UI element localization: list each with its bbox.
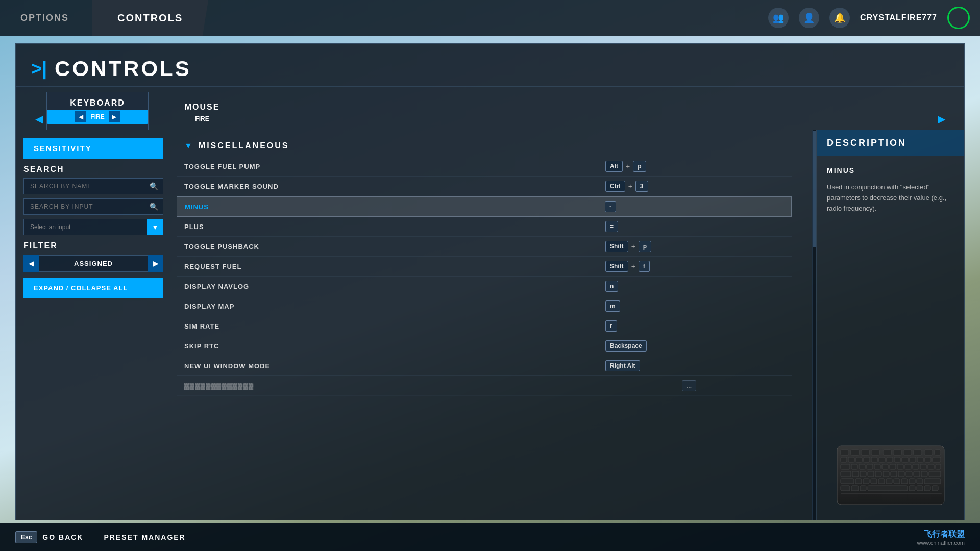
nav-tab-options[interactable]: OPTIONS [0, 0, 89, 36]
select-input-dropdown[interactable]: Select an input [23, 219, 163, 235]
tabs-row: ◀ KEYBOARD ◀ FIRE ▶ MOUSE FIRE ▶ [16, 87, 964, 130]
svg-rect-12 [848, 457, 854, 462]
options-tab-label: OPTIONS [20, 13, 69, 23]
filter-nav: ◀ ASSIGNED ▶ [23, 255, 163, 272]
table-row[interactable]: MINUS - [177, 196, 792, 217]
svg-rect-46 [914, 471, 920, 477]
table-row[interactable]: PLUS = [177, 217, 792, 237]
search-by-name-input[interactable] [23, 178, 163, 194]
nav-icon-user[interactable]: 👤 [799, 8, 819, 28]
tabs-prev-arrow[interactable]: ◀ [31, 113, 46, 130]
svg-rect-6 [893, 450, 901, 455]
select-input-wrap: Select an input ▼ [23, 219, 163, 235]
search-by-input-input[interactable] [23, 198, 163, 215]
table-row[interactable]: SIM RATE r [177, 316, 792, 336]
control-keys: Backspace [605, 340, 707, 352]
control-name: TOGGLE MARKER SOUND [184, 183, 605, 190]
svg-rect-19 [902, 457, 908, 462]
svg-rect-67 [932, 486, 938, 491]
control-keys: r [605, 320, 707, 332]
key-main: - [605, 201, 616, 212]
control-keys: Right Alt [605, 360, 707, 371]
key-main: n [605, 281, 618, 292]
svg-rect-61 [851, 486, 859, 491]
nav-tab-controls[interactable]: CONTROLS [92, 0, 208, 36]
svg-rect-68 [841, 493, 942, 494]
svg-rect-35 [928, 464, 934, 469]
svg-rect-51 [863, 479, 869, 484]
svg-rect-66 [924, 486, 930, 491]
control-keys: = [605, 221, 707, 232]
control-name: DISPLAY NAVLOG [184, 283, 605, 290]
tab-keyboard[interactable]: KEYBOARD ◀ FIRE ▶ [46, 92, 149, 130]
key-main: ... [682, 380, 696, 391]
controls-tab-label: CONTROLS [117, 12, 183, 24]
svg-rect-8 [914, 450, 922, 455]
svg-rect-55 [894, 479, 900, 484]
mouse-tab-sub-label: FIRE [195, 115, 209, 122]
keyboard-svg [835, 438, 947, 510]
table-row[interactable]: TOGGLE FUEL PUMP Alt + p [177, 157, 792, 177]
description-header-label: DESCRIPTION [827, 138, 906, 148]
description-item-text: Used in conjunction with "selected" para… [827, 182, 954, 214]
filter-prev-button[interactable]: ◀ [23, 255, 39, 272]
key-modifier: Shift [605, 241, 628, 252]
svg-rect-33 [913, 464, 919, 469]
table-row[interactable]: ▓▓▓▓▓▓▓▓▓▓▓▓▓ ... [177, 376, 792, 396]
expand-collapse-label: EXPAND / COLLAPSE ALL [34, 284, 128, 292]
go-back-button[interactable]: Esc GO BACK [15, 531, 83, 543]
tab-mouse[interactable]: MOUSE FIRE [151, 96, 253, 130]
keyboard-tab-prev[interactable]: ◀ [75, 111, 86, 122]
table-row[interactable]: DISPLAY MAP m [177, 296, 792, 316]
svg-rect-24 [841, 464, 850, 469]
svg-rect-32 [905, 464, 911, 469]
key-modifier: Ctrl [605, 181, 625, 192]
nav-icon-group[interactable]: 👥 [768, 8, 789, 28]
svg-rect-41 [875, 471, 881, 477]
svg-rect-40 [868, 471, 874, 477]
table-row[interactable]: NEW UI WINDOW MODE Right Alt [177, 356, 792, 376]
key-main: 3 [635, 181, 648, 192]
svg-rect-30 [890, 464, 896, 469]
svg-rect-39 [860, 471, 866, 477]
control-name: MINUS [185, 203, 605, 211]
tabs-next-arrow[interactable]: ▶ [934, 113, 949, 130]
section-header-miscellaneous[interactable]: ▼ MISCELLANEOUS [177, 135, 792, 157]
svg-rect-42 [883, 471, 889, 477]
sensitivity-button[interactable]: SENSITIVITY [23, 138, 163, 159]
nav-icon-bell[interactable]: 🔔 [829, 8, 850, 28]
panel-logo: >| [31, 58, 47, 80]
table-row[interactable]: SKIP RTC Backspace [177, 336, 792, 356]
table-row[interactable]: REQUEST FUEL Shift + f [177, 257, 792, 277]
table-row[interactable]: TOGGLE PUSHBACK Shift + p [177, 237, 792, 257]
main-panel: >| CONTROLS ◀ KEYBOARD ◀ FIRE ▶ MOUSE FI… [15, 43, 965, 520]
watermark: 飞行者联盟 www.chinaflier.com [912, 527, 970, 548]
keyboard-tab-sub-label: FIRE [90, 113, 104, 120]
right-panel: DESCRIPTION MINUS Used in conjunction wi… [816, 130, 964, 520]
nav-right: 👥 👤 🔔 CRYSTALFIRE777 [768, 0, 980, 36]
top-nav: OPTIONS CONTROLS 👥 👤 🔔 CRYSTALFIRE777 [0, 0, 980, 36]
content-area[interactable]: ▼ MISCELLANEOUS TOGGLE FUEL PUMP Alt + p… [172, 130, 812, 520]
mouse-tab-label: MOUSE [151, 103, 253, 112]
status-indicator [947, 7, 970, 29]
keyboard-tab-next[interactable]: ▶ [109, 111, 120, 122]
filter-next-button[interactable]: ▶ [148, 255, 163, 272]
svg-rect-22 [925, 457, 931, 462]
control-name: TOGGLE FUEL PUMP [184, 163, 605, 170]
section-collapse-arrow: ▼ [184, 141, 192, 151]
watermark-main: 飞行者联盟 [917, 529, 965, 540]
controls-section: ▼ MISCELLANEOUS TOGGLE FUEL PUMP Alt + p… [172, 130, 812, 401]
key-modifier: Alt [605, 161, 623, 172]
scrollbar-thumb[interactable] [813, 131, 816, 247]
table-row[interactable]: TOGGLE MARKER SOUND Ctrl + 3 [177, 177, 792, 196]
key-main: Backspace [605, 340, 647, 352]
table-row[interactable]: DISPLAY NAVLOG n [177, 277, 792, 296]
search-section: SEARCH 🔍 🔍 Select an input ▼ [23, 165, 163, 235]
svg-rect-57 [909, 479, 915, 484]
svg-rect-23 [933, 457, 941, 462]
expand-collapse-button[interactable]: EXPAND / COLLAPSE ALL [23, 278, 163, 298]
svg-rect-56 [901, 479, 908, 484]
svg-rect-14 [864, 457, 870, 462]
svg-rect-60 [841, 486, 850, 491]
preset-manager-button[interactable]: PRESET MANAGER [104, 533, 185, 541]
